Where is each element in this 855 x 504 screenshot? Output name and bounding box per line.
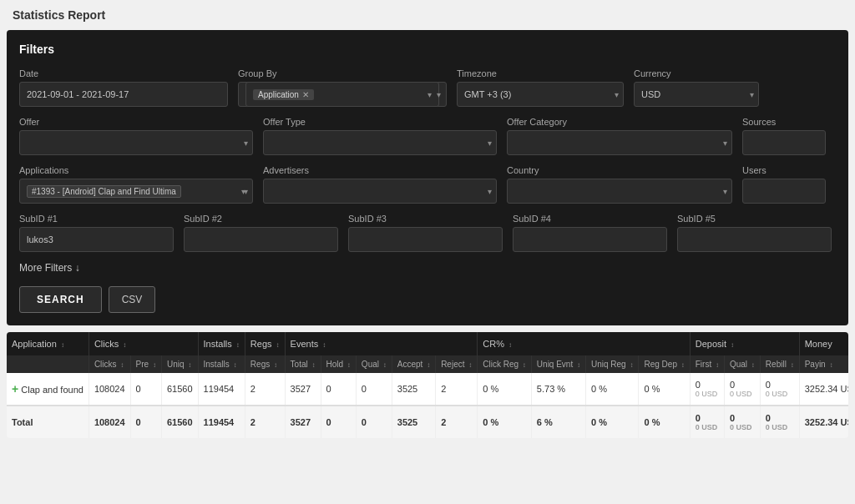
sort-installs-installs-icon[interactable]: ↕ bbox=[233, 361, 236, 369]
sub-money-payin[interactable]: Payin ↕ bbox=[799, 355, 848, 373]
sort-cr-regdep-icon[interactable]: ↕ bbox=[681, 361, 685, 369]
sub-deposit-qual[interactable]: Qual ↕ bbox=[724, 355, 760, 373]
sort-clicks-icon[interactable]: ↕ bbox=[123, 341, 126, 349]
sort-regs-icon[interactable]: ↕ bbox=[276, 341, 280, 349]
more-filters[interactable]: More Filters ↓ bbox=[19, 262, 836, 274]
sort-cr-icon[interactable]: ↕ bbox=[508, 341, 512, 349]
currency-select[interactable]: USD bbox=[634, 82, 759, 107]
total-money-payin: 3252.34 USD bbox=[799, 406, 848, 438]
sources-input[interactable] bbox=[742, 130, 826, 155]
sub-events-accept[interactable]: Accept ↕ bbox=[392, 355, 435, 373]
groupby-tag-remove[interactable]: ✕ bbox=[302, 90, 309, 99]
sort-events-icon[interactable]: ↕ bbox=[322, 341, 326, 349]
sub-deposit-first[interactable]: First ↕ bbox=[690, 355, 724, 373]
total-events-accept: 3525 bbox=[392, 406, 435, 438]
sort-events-total-icon[interactable]: ↕ bbox=[312, 361, 316, 369]
sub-application bbox=[7, 355, 89, 373]
total-deposit-first: 0 0 USD bbox=[690, 406, 724, 438]
subid1-input[interactable] bbox=[19, 227, 174, 252]
sub-cr-uniqevnt[interactable]: Uniq Evnt ↕ bbox=[531, 355, 585, 373]
sort-clicks-pre-icon[interactable]: ↕ bbox=[153, 361, 156, 369]
sub-events-qual[interactable]: Qual ↕ bbox=[356, 355, 392, 373]
applications-select[interactable]: #1393 - [Android] Clap and Find Ultima ▾ bbox=[19, 179, 253, 204]
search-button[interactable]: SEARCH bbox=[19, 286, 102, 313]
total-label: Total bbox=[7, 406, 89, 438]
col-regs: Regs ↕ bbox=[245, 332, 285, 355]
subid5-label: SubID #5 bbox=[677, 214, 832, 224]
offer-label: Offer bbox=[19, 117, 253, 127]
table-row: + Clap and found 108024 0 61560 119454 2… bbox=[7, 373, 848, 406]
sources-label: Sources bbox=[742, 117, 826, 127]
cell-cr-uniqevnt: 5.73 % bbox=[531, 373, 585, 406]
sub-events-reject[interactable]: Reject ↕ bbox=[436, 355, 478, 373]
col-cr: CR% ↕ bbox=[478, 332, 690, 355]
cell-app-name: Clap and found bbox=[21, 385, 83, 395]
sort-deposit-qual-icon[interactable]: ↕ bbox=[751, 361, 755, 369]
col-events: Events ↕ bbox=[285, 332, 478, 355]
sub-events-total[interactable]: Total ↕ bbox=[285, 355, 321, 373]
country-label: Country bbox=[507, 165, 732, 175]
offercategory-select[interactable] bbox=[507, 130, 732, 155]
subid2-label: SubID #2 bbox=[184, 214, 338, 224]
totals-row: Total 108024 0 61560 119454 2 3527 0 0 3… bbox=[7, 406, 848, 438]
sort-regs-regs-icon[interactable]: ↕ bbox=[274, 361, 277, 369]
sub-cr-regdep[interactable]: Reg Dep ↕ bbox=[639, 355, 690, 373]
cell-cr-clickreg: 0 % bbox=[478, 373, 532, 406]
total-cr-regdep: 0 % bbox=[639, 406, 690, 438]
sort-installs-icon[interactable]: ↕ bbox=[236, 341, 240, 349]
cell-pre: 0 bbox=[130, 373, 161, 406]
sort-deposit-rebill-icon[interactable]: ↕ bbox=[791, 361, 794, 369]
cell-cr-uniqreg: 0 % bbox=[585, 373, 638, 406]
total-events-hold: 0 bbox=[321, 406, 356, 438]
total-events-qual: 0 bbox=[356, 406, 392, 438]
subid3-input[interactable] bbox=[348, 227, 503, 252]
subid2-input[interactable] bbox=[184, 227, 338, 252]
deposit-qual-count: 0 bbox=[730, 380, 755, 390]
cell-money-payin: 3252.34 USD bbox=[799, 373, 848, 406]
total-regs: 2 bbox=[245, 406, 285, 438]
sub-events-hold[interactable]: Hold ↕ bbox=[321, 355, 356, 373]
sub-cr-uniqreg[interactable]: Uniq Reg ↕ bbox=[585, 355, 638, 373]
row-expand-button[interactable]: + bbox=[12, 382, 18, 396]
sub-cr-clickreg[interactable]: Click Reg ↕ bbox=[478, 355, 532, 373]
sort-events-reject-icon[interactable]: ↕ bbox=[468, 361, 472, 369]
sub-installs[interactable]: Installs ↕ bbox=[198, 355, 245, 373]
total-events-total: 3527 bbox=[285, 406, 321, 438]
sub-deposit-rebill[interactable]: Rebill ↕ bbox=[760, 355, 799, 373]
users-input[interactable] bbox=[742, 179, 826, 204]
sort-cr-uniqreg-icon[interactable]: ↕ bbox=[630, 361, 633, 369]
sub-regs[interactable]: Regs ↕ bbox=[245, 355, 285, 373]
col-deposit: Deposit ↕ bbox=[690, 332, 799, 355]
sort-cr-clickreg-icon[interactable]: ↕ bbox=[523, 361, 526, 369]
total-clicks: 108024 bbox=[89, 406, 130, 438]
sort-deposit-first-icon[interactable]: ↕ bbox=[716, 361, 719, 369]
sort-clicks-uniq-icon[interactable]: ↕ bbox=[188, 361, 191, 369]
sort-application-icon[interactable]: ↕ bbox=[61, 341, 64, 349]
sub-clicks-uniq[interactable]: Uniq ↕ bbox=[161, 355, 198, 373]
sort-events-hold-icon[interactable]: ↕ bbox=[347, 361, 351, 369]
advertisers-select[interactable] bbox=[263, 179, 497, 204]
sort-deposit-icon[interactable]: ↕ bbox=[731, 341, 734, 349]
sort-events-accept-icon[interactable]: ↕ bbox=[427, 361, 430, 369]
offertype-label: Offer Type bbox=[263, 117, 497, 127]
sort-events-qual-icon[interactable]: ↕ bbox=[383, 361, 387, 369]
sub-clicks-pre[interactable]: Pre ↕ bbox=[130, 355, 161, 373]
date-input[interactable] bbox=[19, 82, 228, 107]
subid5-input[interactable] bbox=[677, 227, 832, 252]
sort-money-payin-icon[interactable]: ↕ bbox=[829, 361, 832, 369]
groupby-select[interactable]: Application ✕ ▾ bbox=[245, 82, 439, 107]
timezone-label: Timezone bbox=[457, 68, 624, 78]
deposit-rebill-count: 0 bbox=[766, 380, 794, 390]
total-cr-clickreg: 0 % bbox=[478, 406, 532, 438]
sub-clicks-clicks[interactable]: Clicks ↕ bbox=[89, 355, 130, 373]
timezone-select[interactable]: GMT +3 (3) bbox=[457, 82, 624, 107]
sort-clicks-clicks-icon[interactable]: ↕ bbox=[120, 361, 124, 369]
country-select[interactable] bbox=[507, 179, 732, 204]
total-pre: 0 bbox=[130, 406, 161, 438]
subid4-input[interactable] bbox=[513, 227, 667, 252]
offer-select[interactable] bbox=[19, 130, 253, 155]
total-events-reject: 2 bbox=[436, 406, 478, 438]
sort-cr-uniqevnt-icon[interactable]: ↕ bbox=[577, 361, 580, 369]
csv-button[interactable]: CSV bbox=[109, 286, 156, 313]
offertype-select[interactable] bbox=[263, 130, 497, 155]
